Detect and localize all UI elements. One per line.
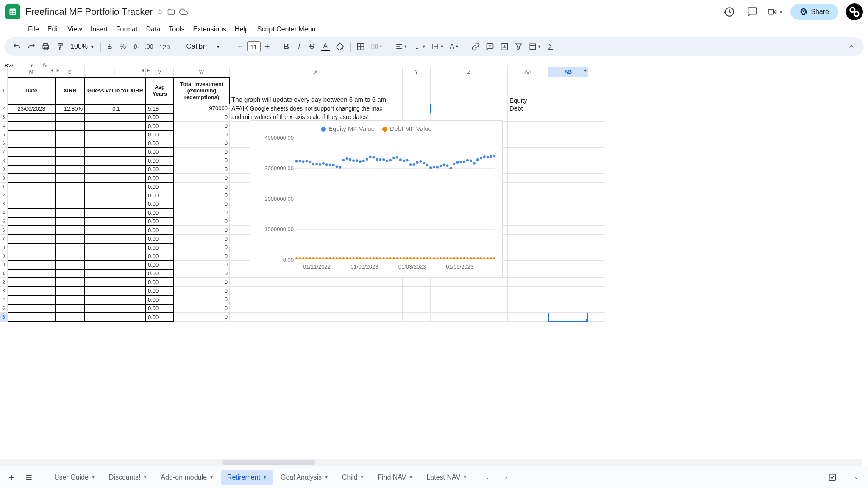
- row-label[interactable]: 6: [0, 226, 8, 235]
- cell[interactable]: [588, 104, 605, 113]
- cell[interactable]: 0: [174, 226, 230, 235]
- cell[interactable]: [508, 122, 548, 130]
- cell[interactable]: [588, 156, 605, 165]
- sheet-tab[interactable]: Latest NAV▼: [420, 470, 473, 485]
- cell[interactable]: [548, 261, 588, 269]
- cell[interactable]: 0: [174, 235, 230, 244]
- cell[interactable]: [55, 217, 85, 226]
- cell[interactable]: [508, 191, 548, 200]
- cell[interactable]: [85, 122, 146, 130]
- cell[interactable]: [431, 295, 508, 304]
- cell[interactable]: [548, 226, 588, 235]
- cell[interactable]: 0: [174, 200, 230, 209]
- row-label[interactable]: 9: [0, 165, 8, 174]
- cell[interactable]: [588, 148, 605, 157]
- row-label[interactable]: 2: [0, 278, 8, 287]
- row-label[interactable]: 9: [0, 252, 8, 261]
- row-label[interactable]: 1: [0, 77, 8, 104]
- cell[interactable]: 0: [174, 139, 230, 148]
- cell[interactable]: [588, 191, 605, 200]
- menu-extensions[interactable]: Extensions: [190, 24, 230, 35]
- cell[interactable]: 0.00: [146, 148, 174, 157]
- cell[interactable]: [548, 122, 588, 130]
- cell[interactable]: [8, 235, 55, 244]
- cell[interactable]: [508, 156, 548, 165]
- cell[interactable]: [588, 174, 605, 183]
- cell[interactable]: [588, 226, 605, 235]
- menu-script-center[interactable]: Script Center Menu: [254, 24, 319, 35]
- cell[interactable]: [55, 183, 85, 191]
- paint-format-button[interactable]: [53, 41, 67, 53]
- cell[interactable]: [548, 156, 588, 165]
- cell[interactable]: [55, 278, 85, 287]
- cell[interactable]: [8, 174, 55, 183]
- scrollbar-thumb[interactable]: [222, 460, 315, 465]
- cell[interactable]: 970000: [174, 104, 230, 113]
- cell[interactable]: 0.00: [146, 130, 174, 139]
- col-header-AB[interactable]: AB◄: [548, 67, 588, 77]
- cell[interactable]: 12.80%: [55, 104, 85, 113]
- sheet-next-button[interactable]: ›: [498, 470, 514, 485]
- cell[interactable]: [508, 208, 548, 217]
- cell[interactable]: [508, 148, 548, 157]
- font-size-input[interactable]: [247, 41, 261, 52]
- cell[interactable]: [403, 295, 431, 304]
- cell[interactable]: [588, 243, 605, 252]
- cell[interactable]: [85, 269, 146, 278]
- cell[interactable]: [588, 200, 605, 209]
- sheet-tab[interactable]: Child▼: [336, 470, 370, 485]
- cell[interactable]: [548, 208, 588, 217]
- cell[interactable]: [548, 139, 588, 148]
- increase-decimal-button[interactable]: .00: [142, 41, 156, 53]
- cell[interactable]: [548, 252, 588, 261]
- col-header-V[interactable]: ►V: [146, 67, 174, 77]
- cell[interactable]: [508, 269, 548, 278]
- cell[interactable]: [508, 174, 548, 183]
- cell[interactable]: [588, 208, 605, 217]
- cell[interactable]: [508, 252, 548, 261]
- cell[interactable]: [85, 148, 146, 157]
- row-label[interactable]: 2: [0, 104, 8, 113]
- cell[interactable]: [55, 122, 85, 130]
- sheet-tab[interactable]: Find NAV▼: [372, 470, 419, 485]
- comment-icon[interactable]: [745, 4, 760, 19]
- cell[interactable]: [55, 235, 85, 244]
- cell[interactable]: 0.00: [146, 252, 174, 261]
- more-formats-button[interactable]: 123: [156, 41, 172, 53]
- cell[interactable]: Equity: [508, 77, 548, 104]
- percent-button[interactable]: %: [117, 41, 129, 53]
- row-label[interactable]: 4: [0, 122, 8, 130]
- cell[interactable]: [55, 191, 85, 200]
- cell[interactable]: Debt: [508, 104, 548, 113]
- col-header-T[interactable]: T◄: [85, 67, 146, 77]
- cell[interactable]: [431, 77, 508, 104]
- menu-file[interactable]: File: [25, 24, 42, 35]
- select-all-corner[interactable]: [0, 67, 8, 77]
- cell[interactable]: [588, 130, 605, 139]
- cell[interactable]: [8, 191, 55, 200]
- embedded-chart[interactable]: Equity MF Value Debt MF Value 4000000.00…: [250, 120, 503, 277]
- move-icon[interactable]: [167, 8, 175, 16]
- cell[interactable]: 0: [174, 191, 230, 200]
- row-label[interactable]: 5: [0, 130, 8, 139]
- cell[interactable]: Avg Years: [146, 77, 174, 104]
- cell[interactable]: [8, 278, 55, 287]
- cloud-icon[interactable]: [179, 8, 188, 16]
- row-label[interactable]: 3: [0, 113, 8, 122]
- cell[interactable]: [85, 217, 146, 226]
- cell[interactable]: [588, 313, 605, 322]
- cell[interactable]: 0.00: [146, 200, 174, 209]
- cell[interactable]: [230, 313, 403, 322]
- cell[interactable]: 0: [174, 252, 230, 261]
- cell[interactable]: 23/06/2023: [8, 104, 55, 113]
- cell[interactable]: [548, 104, 588, 113]
- cell[interactable]: [588, 139, 605, 148]
- decrease-decimal-button[interactable]: .0↓: [130, 41, 142, 53]
- zoom-select[interactable]: 100%▼: [68, 43, 97, 50]
- cell[interactable]: [588, 122, 605, 130]
- cell[interactable]: [55, 130, 85, 139]
- cell[interactable]: [8, 295, 55, 304]
- cell[interactable]: [508, 130, 548, 139]
- cell[interactable]: [55, 261, 85, 269]
- sheet-tab[interactable]: Discounts!▼: [103, 470, 153, 485]
